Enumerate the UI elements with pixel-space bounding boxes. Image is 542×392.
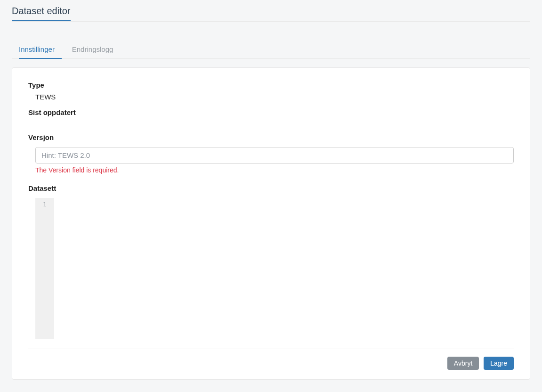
updated-field: Sist oppdatert: [28, 108, 514, 116]
top-tabs: Dataset editor: [12, 0, 530, 22]
version-input[interactable]: [35, 147, 514, 163]
save-button[interactable]: Lagre: [484, 357, 514, 370]
line-number: 1: [35, 201, 54, 208]
type-value: TEWS: [28, 93, 514, 101]
type-label: Type: [28, 81, 514, 89]
settings-panel: Type TEWS Sist oppdatert Versjon The Ver…: [12, 67, 530, 380]
version-error: The Version field is required.: [28, 166, 514, 174]
tab-changelog[interactable]: Endringslogg: [72, 41, 121, 58]
editor-textarea[interactable]: [54, 198, 514, 339]
version-field: Versjon The Version field is required.: [28, 133, 514, 174]
dataset-label: Datasett: [28, 184, 514, 192]
version-label: Versjon: [28, 133, 514, 141]
tab-settings[interactable]: Innstillinger: [19, 41, 62, 59]
updated-label: Sist oppdatert: [28, 108, 514, 116]
top-tab-dataset-editor[interactable]: Dataset editor: [12, 0, 71, 21]
type-field: Type TEWS: [28, 81, 514, 101]
cancel-button[interactable]: Avbryt: [447, 357, 479, 370]
sub-tabs: Innstillinger Endringslogg: [12, 41, 530, 59]
dataset-field: Datasett 1: [28, 184, 514, 339]
code-editor: 1: [35, 198, 514, 339]
editor-gutter: 1: [35, 198, 54, 339]
button-row: Avbryt Lagre: [28, 349, 514, 370]
